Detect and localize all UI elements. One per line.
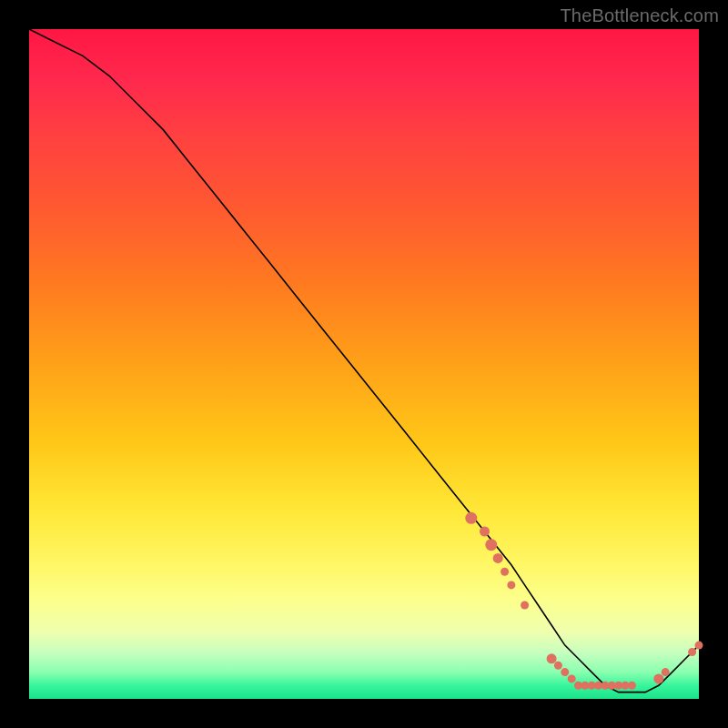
marker-dot (500, 568, 509, 576)
plot-area (29, 29, 699, 699)
bottleneck-curve (29, 29, 699, 693)
marker-dot (695, 642, 703, 650)
marker-dot (547, 653, 557, 663)
curve-layer (29, 29, 699, 699)
marker-dot (507, 581, 515, 589)
marker-dot (493, 553, 503, 563)
marker-dot (465, 512, 477, 524)
chart-stage: TheBottleneck.com (0, 0, 728, 728)
marker-dot (568, 674, 576, 682)
marker-dot (554, 662, 562, 670)
marker-dot (521, 602, 529, 610)
marker-dots (465, 512, 703, 690)
watermark-text: TheBottleneck.com (560, 5, 719, 26)
marker-dot (662, 668, 670, 676)
marker-dot (561, 668, 569, 676)
marker-dot (628, 682, 636, 690)
marker-dot (480, 527, 490, 537)
marker-dot (688, 648, 696, 656)
marker-dot (653, 673, 663, 683)
marker-dot (485, 539, 497, 551)
